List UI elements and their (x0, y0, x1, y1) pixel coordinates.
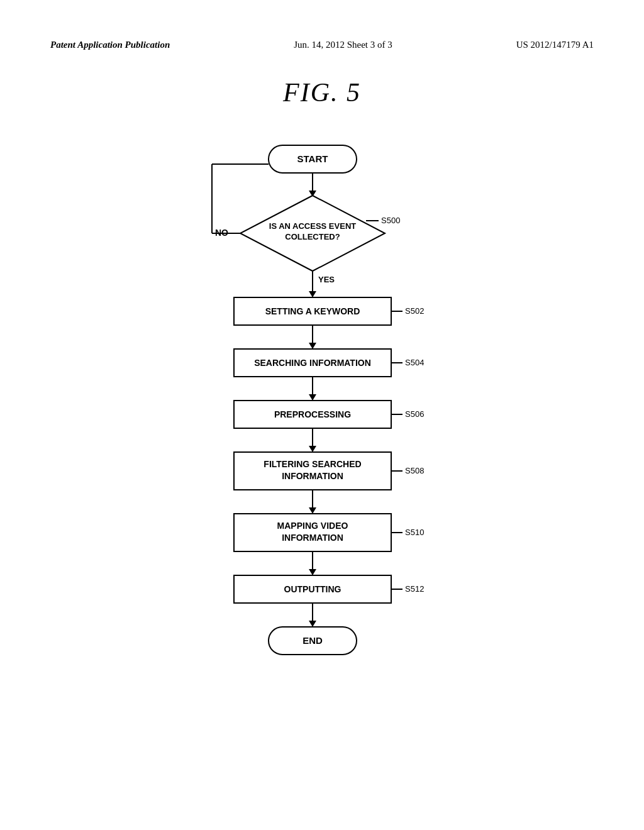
step-s502-label: S502 (405, 306, 424, 316)
header-patent-number: US 2012/147179 A1 (516, 38, 594, 52)
header: Patent Application Publication Jun. 14, … (50, 38, 594, 52)
step-s502-text: SETTING A KEYWORD (265, 306, 360, 316)
svg-marker-13 (309, 343, 316, 349)
step-s508-text-line2: INFORMATION (282, 471, 343, 481)
svg-marker-6 (309, 291, 316, 297)
flowchart-svg: START S500 IS AN ACCESS EVENT COLLECTED?… (152, 139, 492, 780)
decision-text-line1: IS AN ACCESS EVENT (269, 221, 357, 231)
step-s504-label: S504 (405, 358, 424, 367)
step-s504-text: SEARCHING INFORMATION (254, 358, 371, 368)
svg-marker-21 (309, 446, 316, 452)
page: Patent Application Publication Jun. 14, … (0, 0, 644, 830)
step-s508-text-line1: FILTERING SEARCHED (264, 459, 361, 469)
decision-text-line2: COLLECTED? (285, 232, 340, 241)
step-s512-text: OUTPUTTING (284, 584, 341, 594)
step-s506-text: PREPROCESSING (274, 409, 351, 419)
step-s510-label: S510 (405, 528, 424, 537)
step-s508-label: S508 (405, 466, 424, 475)
yes-label: YES (318, 275, 335, 284)
step-s510-text-line1: MAPPING VIDEO (277, 521, 348, 531)
start-label: START (297, 153, 328, 164)
header-publication-label: Patent Application Publication (50, 38, 170, 52)
step-s512-label: S512 (405, 584, 424, 594)
end-label: END (303, 635, 323, 646)
figure-title: FIG. 5 (50, 77, 594, 108)
step-s500-label: S500 (381, 216, 400, 225)
svg-marker-17 (309, 394, 316, 401)
svg-marker-29 (309, 569, 316, 575)
header-date-sheet: Jun. 14, 2012 Sheet 3 of 3 (294, 38, 392, 52)
step-s510-text-line2: INFORMATION (282, 533, 343, 543)
step-s506-label: S506 (405, 409, 424, 419)
svg-marker-25 (309, 507, 316, 514)
svg-marker-33 (309, 621, 316, 627)
flowchart-container: START S500 IS AN ACCESS EVENT COLLECTED?… (50, 139, 594, 780)
